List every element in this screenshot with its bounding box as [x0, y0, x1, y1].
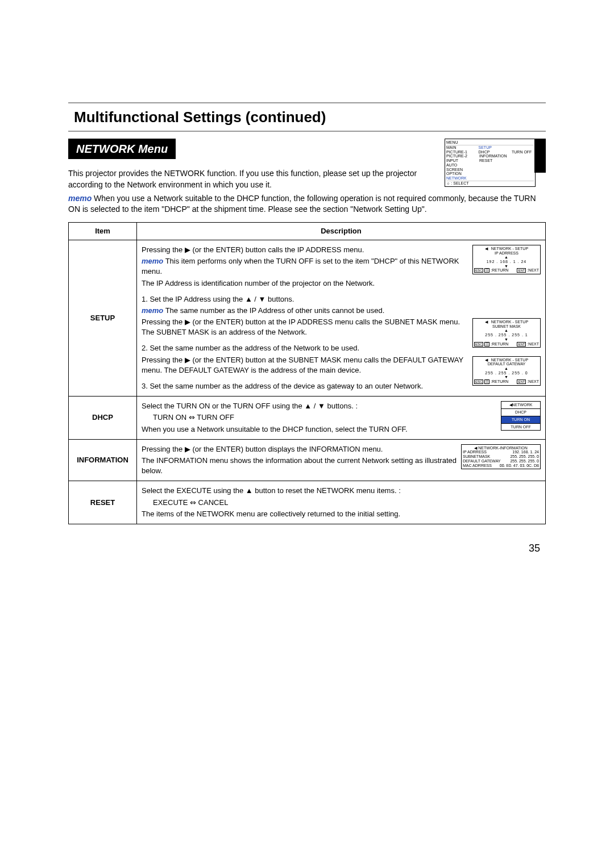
- osd-main-menu: MENU MAINSETUP PICTURE-1DHCPTURN OFF PIC…: [445, 139, 536, 187]
- item-setup: SETUP: [69, 240, 137, 396]
- col-item: Item: [69, 222, 137, 240]
- section-title: Multifunctional Settings (continued): [74, 107, 540, 127]
- osd-default-gateway: ◀ NETWORK - SETUP DEFAULT GATEWAY ▲ 255 …: [472, 356, 541, 386]
- side-tab: [534, 139, 546, 173]
- osd-subnet-mask: ◀ NETWORK - SETUP SUBNET MASK ▲ 255 . 25…: [472, 318, 541, 348]
- page-number: 35: [68, 541, 546, 556]
- settings-table: Item Description SETUP ◀ NETWORK - SETUP…: [68, 222, 546, 524]
- osd-ip-address: ◀ NETWORK - SETUP IP ADRRESS ▲ 192 . 168…: [472, 245, 541, 274]
- osd-dhcp: ◀NETWORK DHCP TURN ON TURN OFF: [501, 401, 541, 431]
- right-arrow-icon: ▶: [185, 245, 190, 254]
- osd-information: ◀ NETWORK-INFORMATION IP ADRRESS192. 168…: [461, 444, 541, 469]
- memo-label: memo: [68, 194, 92, 203]
- item-information: INFORMATION: [69, 439, 137, 481]
- item-reset: RESET: [69, 481, 137, 524]
- item-dhcp: DHCP: [69, 397, 137, 440]
- row-setup: SETUP ◀ NETWORK - SETUP IP ADRRESS ▲ 192…: [69, 240, 546, 396]
- intro-paragraph-1: This projector provides the NETWORK func…: [68, 169, 417, 189]
- updown-arrow-icon: ▲ / ▼: [245, 295, 266, 303]
- col-description: Description: [137, 222, 546, 240]
- up-arrow-icon: ▲: [246, 486, 253, 495]
- menu-heading: NETWORK Menu: [68, 139, 176, 159]
- row-information: INFORMATION ◀ NETWORK-INFORMATION IP ADR…: [69, 439, 546, 481]
- intro-paragraph-2: When you use a Network suitable to the D…: [68, 194, 536, 214]
- row-dhcp: DHCP ◀NETWORK DHCP TURN ON TURN OFF Sele…: [69, 397, 546, 440]
- section-title-bar: Multifunctional Settings (continued): [68, 102, 546, 132]
- row-reset: RESET Select the EXECUTE using the ▲ but…: [69, 481, 546, 524]
